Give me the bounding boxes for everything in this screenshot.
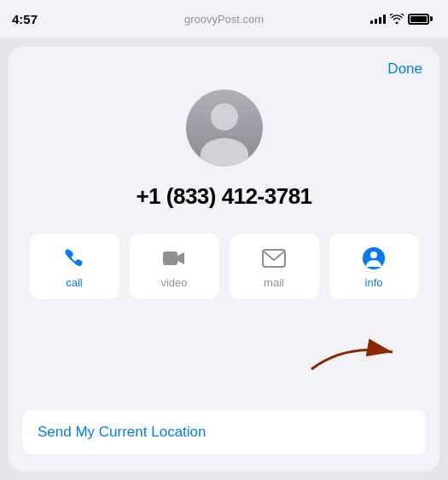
svg-point-3 [370,252,377,258]
avatar [186,90,263,166]
call-button[interactable]: call [30,234,119,299]
send-location-text: Send My Current Location [38,424,207,441]
website-label: groovyPost.com [184,13,264,26]
video-label: video [160,276,187,289]
info-button[interactable]: info [329,234,419,299]
mail-button[interactable]: mail [230,234,319,299]
svg-rect-0 [163,252,177,265]
status-icons [370,14,433,25]
status-bar: 4:57 groovyPost.com [0,0,448,38]
mail-icon [261,246,287,271]
wifi-icon [390,14,404,24]
done-button[interactable]: Done [387,61,422,78]
phone-number: +1 (833) 412-3781 [136,183,311,210]
status-time: 4:57 [12,12,38,26]
info-label: info [365,276,383,289]
video-button[interactable]: video [130,234,219,299]
mail-label: mail [264,276,284,289]
call-icon [61,246,87,271]
svg-rect-1 [263,250,285,267]
arrow-annotation [294,327,414,378]
send-location-row[interactable]: Send My Current Location [22,410,426,454]
action-buttons-row: call video mail [9,234,439,299]
action-sheet: Done +1 (833) 412-3781 call [9,47,439,471]
signal-icon [370,14,386,24]
battery-icon [408,14,433,25]
call-label: call [66,276,83,289]
video-icon [161,246,187,271]
info-icon [361,246,387,271]
